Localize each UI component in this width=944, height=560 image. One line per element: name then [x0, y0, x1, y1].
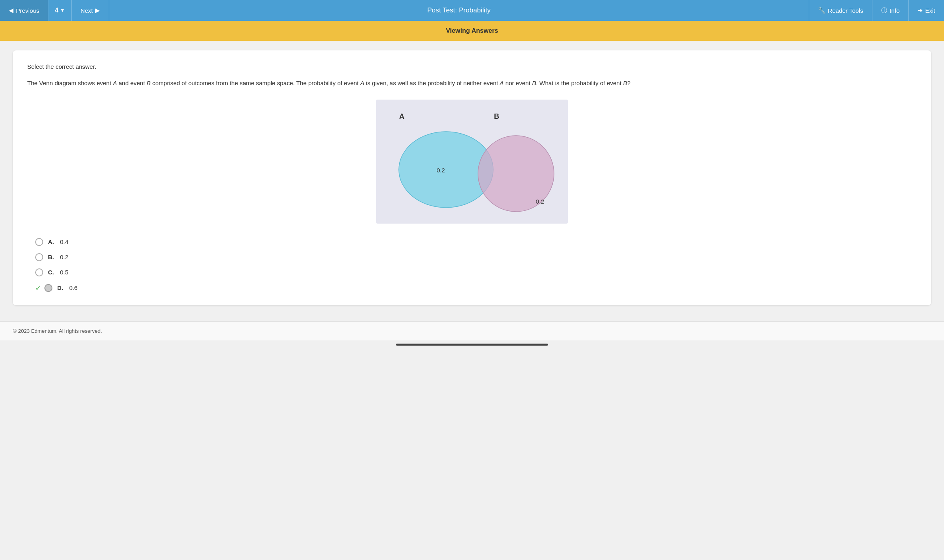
next-icon: ▶: [95, 7, 100, 14]
answer-option-d[interactable]: ✓ D. 0.6: [35, 284, 917, 292]
exit-button[interactable]: ➔ Exit: [908, 0, 944, 21]
answer-value-c: 0.5: [60, 269, 68, 276]
top-navigation: ◀ Previous 4 ▼ Next ▶ Post Test: Probabi…: [0, 0, 944, 21]
nav-right-buttons: 🔧 Reader Tools ⓘ Info ➔ Exit: [809, 0, 944, 21]
chevron-down-icon: ▼: [60, 8, 65, 13]
next-button[interactable]: Next ▶: [72, 0, 109, 21]
venn-label-b: B: [494, 112, 499, 120]
reader-tools-label: Reader Tools: [828, 7, 863, 14]
answer-option-a[interactable]: A. 0.4: [35, 238, 917, 246]
question-card: Select the correct answer. The Venn diag…: [13, 50, 931, 305]
page-title: Post Test: Probability: [109, 0, 809, 21]
answer-letter-c: C.: [48, 269, 55, 276]
bottom-bar: [0, 340, 944, 349]
answer-option-c[interactable]: C. 0.5: [35, 268, 917, 276]
main-content: Select the correct answer. The Venn diag…: [0, 41, 944, 315]
answer-letter-d: D.: [57, 284, 64, 291]
select-instruction: Select the correct answer.: [27, 63, 917, 70]
answer-letter-a: A.: [48, 238, 55, 245]
exit-label: Exit: [925, 7, 935, 14]
answer-value-a: 0.4: [60, 238, 68, 245]
answer-letter-b: B.: [48, 254, 55, 260]
venn-diagram: A B 0.2 0.2: [376, 100, 568, 224]
venn-label-a: A: [399, 112, 404, 120]
answer-value-d: 0.6: [69, 284, 78, 291]
info-button[interactable]: ⓘ Info: [872, 0, 908, 21]
venn-value-b: 0.2: [536, 198, 544, 205]
viewing-answers-bar: Viewing Answers: [0, 21, 944, 41]
answer-option-b[interactable]: B. 0.2: [35, 253, 917, 261]
scroll-indicator[interactable]: [396, 344, 548, 346]
previous-icon: ◀: [9, 7, 14, 14]
page-selector[interactable]: 4 ▼: [48, 0, 72, 21]
info-label: Info: [890, 7, 900, 14]
copyright-text: © 2023 Edmentum. All rights reserved.: [13, 328, 102, 334]
question-text: The Venn diagram shows event A and event…: [27, 78, 917, 88]
exit-icon: ➔: [918, 7, 923, 14]
venn-value-a: 0.2: [437, 167, 445, 174]
answer-options: A. 0.4 B. 0.2 C. 0.5 ✓ D. 0.6: [27, 238, 917, 292]
radio-d[interactable]: [44, 284, 52, 292]
venn-diagram-container: A B 0.2 0.2: [27, 100, 917, 224]
radio-b[interactable]: [35, 253, 43, 261]
info-icon: ⓘ: [881, 7, 887, 14]
wrench-icon: 🔧: [818, 7, 826, 14]
previous-button[interactable]: ◀ Previous: [0, 0, 48, 21]
previous-label: Previous: [16, 7, 39, 14]
reader-tools-button[interactable]: 🔧 Reader Tools: [809, 0, 872, 21]
footer: © 2023 Edmentum. All rights reserved.: [0, 321, 944, 340]
correct-checkmark: ✓: [35, 284, 41, 292]
page-number: 4: [55, 7, 58, 14]
viewing-answers-label: Viewing Answers: [446, 27, 498, 34]
next-label: Next: [80, 7, 93, 14]
answer-value-b: 0.2: [60, 254, 68, 260]
radio-a[interactable]: [35, 238, 43, 246]
radio-c[interactable]: [35, 268, 43, 276]
